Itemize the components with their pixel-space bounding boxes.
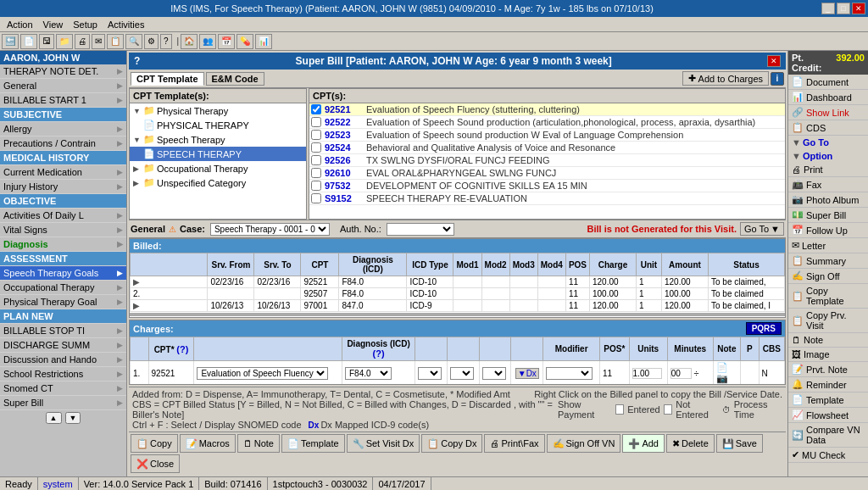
dx-button-1[interactable]: ▼Dx bbox=[515, 368, 539, 379]
cpt-help[interactable]: (?) bbox=[176, 344, 188, 354]
sidebar-item-therapy-note[interactable]: THERAPY NOTE DET. ▶ bbox=[0, 64, 126, 79]
note-button[interactable]: 🗒 Note bbox=[237, 434, 280, 453]
right-sidebar-flowsheet[interactable]: 📈 Flowsheet bbox=[788, 408, 868, 423]
right-sidebar-reminder[interactable]: 🔔 Reminder bbox=[788, 377, 868, 393]
sidebar-scroll-up[interactable]: ▲ bbox=[46, 412, 62, 424]
charges-d3-select-1[interactable] bbox=[482, 367, 506, 380]
template-speech-therapy-folder[interactable]: ▼ 📁 Speech Therapy bbox=[130, 132, 306, 147]
maximize-button[interactable]: □ bbox=[837, 3, 850, 14]
sidebar-item-snomed-ct[interactable]: Snomed CT ▶ bbox=[0, 381, 126, 396]
template-occupational-therapy-folder[interactable]: ▶ 📁 Occupational Therapy bbox=[130, 161, 306, 175]
toolbar-btn-1[interactable]: 🔙 bbox=[2, 34, 19, 49]
note-doc-icon[interactable]: 📄 bbox=[716, 362, 728, 372]
right-sidebar-image[interactable]: 🖼 Image bbox=[788, 348, 868, 362]
dialog-close-button[interactable]: ✕ bbox=[767, 55, 781, 67]
sidebar-item-current-medication[interactable]: Current Medication ▶ bbox=[0, 165, 126, 180]
sidebar-item-billable-stop[interactable]: BILLABLE STOP TI ▶ bbox=[0, 324, 126, 338]
template-physical-therapy-child[interactable]: 📄 PHYSICAL THERAPY bbox=[130, 118, 306, 132]
right-sidebar-option[interactable]: ▼ Option bbox=[788, 149, 868, 163]
tab-em-code[interactable]: E&M Code bbox=[206, 72, 264, 86]
charges-d1-select-1[interactable] bbox=[418, 367, 442, 380]
right-sidebar-show-link[interactable]: 🔗 Show Link bbox=[788, 105, 868, 120]
charges-units-input-1[interactable] bbox=[632, 368, 662, 379]
right-sidebar-fax[interactable]: 📠 Fax bbox=[788, 177, 868, 192]
set-visit-dx-button[interactable]: 🔧 Set Visit Dx bbox=[347, 434, 420, 453]
right-sidebar-super-bill[interactable]: 💵 Super Bill bbox=[788, 208, 868, 223]
charges-diag-select-1[interactable]: F84.0 bbox=[345, 367, 392, 380]
right-sidebar-template[interactable]: 📄 Template bbox=[788, 393, 868, 408]
toolbar-btn-12[interactable]: 👥 bbox=[199, 34, 216, 49]
toolbar-btn-4[interactable]: 📁 bbox=[56, 34, 73, 49]
sidebar-item-physical-therapy-goal[interactable]: Physical Therapy Goal ▶ bbox=[0, 295, 126, 309]
sign-off-vn-button[interactable]: ✍ Sign Off VN bbox=[547, 434, 621, 453]
copy-dx-button[interactable]: 📋 Copy Dx bbox=[421, 434, 482, 453]
right-sidebar-document[interactable]: 📄 Document bbox=[788, 75, 868, 90]
toolbar-btn-6[interactable]: ✉ bbox=[92, 34, 105, 49]
save-button[interactable]: 💾 Save bbox=[716, 434, 763, 453]
add-button[interactable]: ➕ Add bbox=[622, 434, 665, 453]
right-sidebar-sign-off[interactable]: ✍ Sign Off bbox=[788, 269, 868, 284]
copy-button[interactable]: 📋 Copy bbox=[131, 434, 178, 453]
sidebar-item-speech-therapy-goals[interactable]: Speech Therapy Goals ▶ bbox=[0, 266, 126, 281]
toolbar-btn-14[interactable]: 💊 bbox=[236, 34, 253, 49]
cpt-checkbox-s9152[interactable] bbox=[311, 193, 321, 203]
charges-minutes-input-1[interactable] bbox=[670, 368, 692, 379]
toolbar-btn-10[interactable]: ? bbox=[160, 34, 172, 49]
tab-cpt-template[interactable]: CPT Template bbox=[131, 72, 204, 86]
info-button[interactable]: i bbox=[771, 72, 784, 86]
right-sidebar-photo-album[interactable]: 📷 Photo Album bbox=[788, 192, 868, 208]
minimize-button[interactable]: _ bbox=[821, 3, 835, 14]
delete-button[interactable]: ✖ Delete bbox=[666, 434, 715, 453]
charges-modifier-select-1[interactable] bbox=[546, 367, 593, 380]
charges-d2-select-1[interactable] bbox=[450, 367, 474, 380]
right-sidebar-goto[interactable]: ▼ Go To bbox=[788, 136, 868, 149]
sidebar-scroll-down[interactable]: ▼ bbox=[65, 412, 81, 424]
menu-activities[interactable]: Activities bbox=[103, 19, 149, 31]
toolbar-btn-11[interactable]: 🏠 bbox=[181, 34, 198, 49]
sidebar-item-allergy[interactable]: Allergy ▶ bbox=[0, 122, 126, 136]
sidebar-item-general[interactable]: General ▶ bbox=[0, 79, 126, 93]
sidebar-item-precautions[interactable]: Precautions / Contrain ▶ bbox=[0, 136, 126, 151]
title-bar-controls[interactable]: _ □ ✕ bbox=[821, 3, 865, 14]
sidebar-item-diagnosis[interactable]: Diagnosis ▶ bbox=[0, 237, 126, 252]
right-sidebar-mu-check[interactable]: ✔ MU Check bbox=[788, 448, 868, 463]
menu-action[interactable]: Action bbox=[2, 19, 38, 31]
toolbar-btn-2[interactable]: 📄 bbox=[20, 34, 37, 49]
sidebar-item-vital-signs[interactable]: Vital Signs ▶ bbox=[0, 223, 126, 237]
right-sidebar-prvt-note[interactable]: 📝 Prvt. Note bbox=[788, 362, 868, 377]
cpt-checkbox-92521[interactable] bbox=[311, 104, 321, 114]
right-sidebar-cds[interactable]: 📋 CDS bbox=[788, 120, 868, 136]
case-select[interactable]: Speech Therapy - 0001 - 0 bbox=[210, 223, 330, 236]
cpt-checkbox-92610[interactable] bbox=[311, 168, 321, 178]
cpt-checkbox-92524[interactable] bbox=[311, 142, 321, 153]
cpt-checkbox-97532[interactable] bbox=[311, 181, 321, 191]
sidebar-item-discussion[interactable]: Discussion and Hando ▶ bbox=[0, 353, 126, 367]
go-to-button[interactable]: Go To ▼ bbox=[740, 222, 784, 236]
sidebar-item-discharge[interactable]: DISCHARGE SUMM ▶ bbox=[0, 338, 126, 353]
cpt-checkbox-92522[interactable] bbox=[311, 117, 321, 127]
sidebar-item-billable-start[interactable]: BILLABLE START 1 ▶ bbox=[0, 93, 126, 108]
cpt-checkbox-92523[interactable] bbox=[311, 130, 321, 140]
toolbar-btn-7[interactable]: 📋 bbox=[107, 34, 124, 49]
print-fax-button[interactable]: 🖨 Print\Fax bbox=[484, 434, 544, 453]
right-sidebar-compare-vn[interactable]: 🔄 Compare VN Data bbox=[788, 423, 868, 448]
add-to-charges-button[interactable]: ✚ Add to Charges bbox=[682, 71, 769, 86]
diag-help[interactable]: (?) bbox=[373, 348, 385, 359]
template-button[interactable]: 📄 Template bbox=[281, 434, 345, 453]
sidebar-item-super-bill[interactable]: Super Bill ▶ bbox=[0, 396, 126, 410]
toolbar-btn-9[interactable]: ⚙ bbox=[144, 34, 159, 49]
right-sidebar-copy-prev-visit[interactable]: 📋 Copy Prv. Visit bbox=[788, 309, 868, 333]
template-unspecified-folder[interactable]: ▶ 📁 Unspecified Category bbox=[130, 175, 306, 190]
macros-button[interactable]: 📝 Macros bbox=[180, 434, 236, 453]
right-sidebar-note[interactable]: 🗒 Note bbox=[788, 333, 868, 348]
right-sidebar-dashboard[interactable]: 📊 Dashboard bbox=[788, 90, 868, 105]
toolbar-btn-15[interactable]: 📊 bbox=[255, 34, 272, 49]
toolbar-btn-8[interactable]: 🔍 bbox=[125, 34, 142, 49]
menu-view[interactable]: View bbox=[38, 19, 69, 31]
cpt-checkbox-92526[interactable] bbox=[311, 155, 321, 165]
menu-setup[interactable]: Setup bbox=[68, 19, 103, 31]
template-speech-therapy-child-selected[interactable]: 📄 SPEECH THERAPY bbox=[130, 147, 306, 161]
note-cam-icon[interactable]: 📷 bbox=[716, 373, 728, 383]
app-close-button[interactable]: ✕ bbox=[852, 3, 865, 14]
right-sidebar-follow-up[interactable]: 📅 Follow Up bbox=[788, 223, 868, 238]
